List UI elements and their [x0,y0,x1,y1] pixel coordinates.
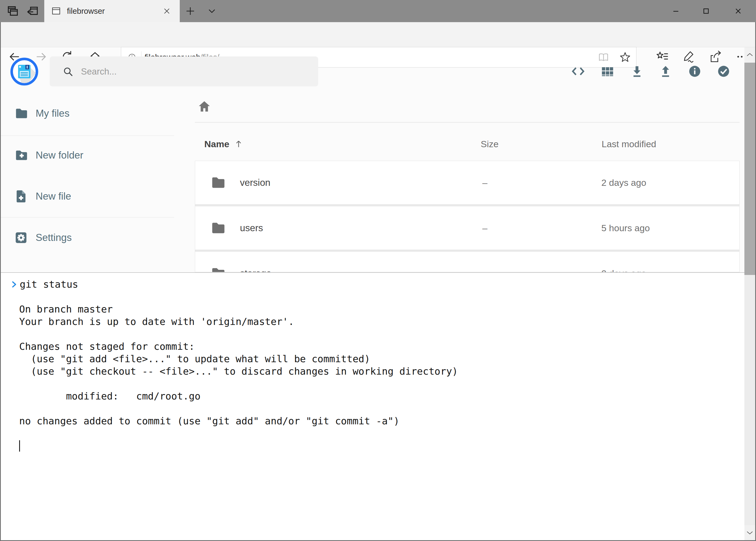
file-listing: version – 2 days ago users – 5 hours ago… [195,161,740,272]
scroll-up-button[interactable] [744,47,755,62]
favorite-star-icon[interactable] [619,51,631,64]
file-size: – [482,268,601,272]
terminal-output-line: Your branch is up to date with 'origin/m… [1,315,744,328]
column-header-name-label: Name [204,139,229,149]
terminal-output-line: (use "git add <file>..." to update what … [1,353,744,365]
breadcrumb-home-button[interactable] [197,99,212,115]
tab-title: filebrowser [67,7,105,16]
share-button[interactable] [709,50,722,63]
search-input[interactable] [81,66,297,77]
minimize-icon [670,6,681,16]
share-icon [709,50,723,64]
vertical-scrollbar[interactable] [744,47,755,540]
sidebar-item-label: Settings [36,232,72,244]
web-note-button[interactable] [682,50,695,63]
tab-close-button[interactable] [161,5,173,17]
file-modified: 5 hours ago [601,223,739,234]
sidebar-item-label: New file [36,191,71,202]
window-border-left [0,22,1,541]
info-button[interactable] [687,64,702,79]
maximize-icon [701,6,711,16]
raw-view-button[interactable] [571,64,586,79]
sidebar-item-label: New folder [36,150,84,161]
column-header-size[interactable]: Size [481,139,602,149]
set-tabs-aside-icon [26,5,39,17]
tab-favicon-icon [51,6,61,16]
file-name: storage [240,268,482,272]
tab-list-button[interactable] [204,0,220,22]
terminal-output-line [1,427,744,440]
folder-icon [14,106,29,121]
floppy-logo-icon [10,58,38,86]
terminal-output-line [1,377,744,390]
scrollbar-thumb[interactable] [744,63,755,275]
download-button[interactable] [630,64,644,79]
upload-button[interactable] [658,64,673,79]
column-header-name[interactable]: Name [204,139,481,149]
info-circle-icon [687,64,702,79]
new-tab-icon [185,5,196,17]
sidebar-item-new-folder[interactable]: New folder [0,142,174,168]
prompt-chevron-icon [11,280,18,288]
file-row-users[interactable]: users – 5 hours ago [195,206,739,250]
minimize-button[interactable] [661,0,691,22]
new-file-icon [14,189,29,204]
chevron-down-icon [746,529,754,537]
file-size: – [482,223,601,234]
terminal-output-line: Changes not staged for commit: [1,340,744,353]
terminal-panel[interactable]: git status On branch master Your branch … [1,272,744,540]
upload-icon [658,64,673,79]
file-row-version[interactable]: version – 2 days ago [195,161,739,204]
sidebar-divider [0,136,174,136]
file-name: version [240,177,482,188]
text-cursor [19,440,20,452]
maximize-button[interactable] [691,0,721,22]
breadcrumb-home-icon [197,99,212,114]
download-icon [630,64,644,79]
column-header-modified[interactable]: Last modified [602,139,740,149]
tab-filebrowser[interactable]: filebrowser [44,0,180,22]
terminal-command: git status [20,278,78,290]
terminal-prompt-line: git status [1,278,744,290]
titlebar: filebrowser [0,0,756,22]
settings-gear-icon [14,230,29,245]
tab-preview-button[interactable] [5,0,21,22]
sidebar-item-new-file[interactable]: New file [0,184,174,209]
select-mode-button[interactable] [716,64,731,79]
scroll-down-button[interactable] [744,525,755,540]
hub-favorites-button[interactable] [655,50,668,63]
app-logo[interactable] [10,58,38,87]
tab-close-icon [163,7,171,15]
breadcrumb-divider [195,122,740,123]
browser-toolbar: filebrowser.web/files/ [0,22,756,47]
grid-view-button[interactable] [600,64,615,79]
set-tabs-aside-button[interactable] [25,0,41,22]
file-modified: 2 days ago [601,268,739,272]
close-window-button[interactable] [721,0,755,22]
chevron-down-icon [206,5,217,17]
code-brackets-icon [571,64,586,79]
browser-window: filebrowser [0,0,756,541]
search-icon [62,66,74,78]
terminal-output-line [1,402,744,415]
listing-header: Name Size Last modified [195,135,740,154]
terminal-output-line: modified: cmd/root.go [1,390,744,402]
terminal-output-line: no changes added to commit (use "git add… [1,415,744,427]
folder-icon [209,265,226,272]
file-size: – [482,178,601,188]
sidebar-item-my-files[interactable]: My files [0,101,174,126]
terminal-output-line: (use "git checkout -- <file>..." to disc… [1,365,744,377]
tab-preview-icon [6,5,19,17]
new-folder-icon [14,148,29,163]
sidebar-item-settings[interactable]: Settings [0,225,174,251]
hub-star-list-icon [655,50,669,64]
sort-ascending-icon [233,139,244,149]
search-bar[interactable] [50,56,318,86]
terminal-output-line: On branch master [1,303,744,315]
chevron-up-icon [746,51,754,59]
reading-view-icon[interactable] [597,51,610,64]
sidebar-divider [0,217,174,218]
file-row-storage[interactable]: storage – 2 days ago [195,252,739,272]
new-tab-button[interactable] [182,0,198,22]
folder-icon [209,174,226,191]
